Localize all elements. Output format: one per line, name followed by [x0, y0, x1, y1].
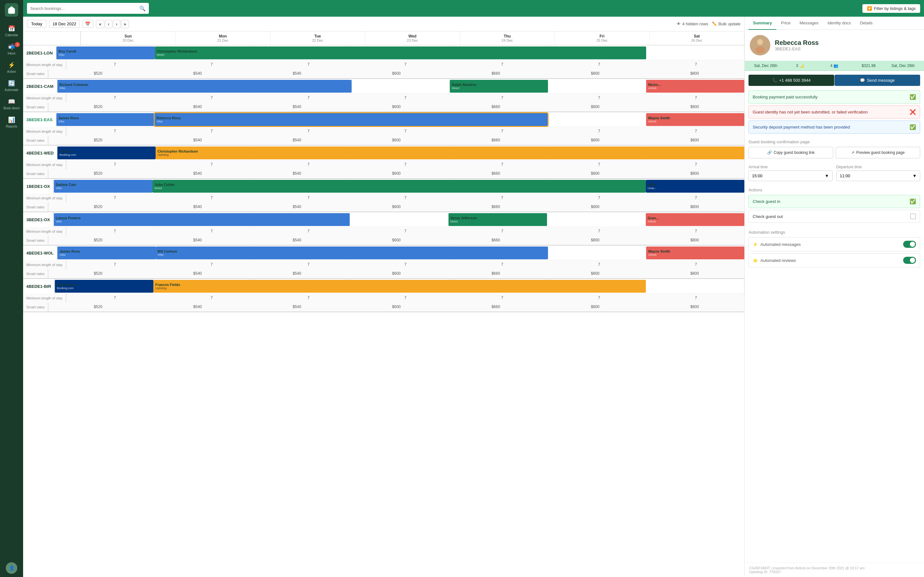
nav-first-button[interactable]: «: [96, 20, 104, 28]
search-box[interactable]: 🔍: [27, 3, 149, 14]
filter-button[interactable]: 🔽 Filter by listings & tags: [863, 4, 920, 13]
smart-rate-cell: $800: [645, 69, 744, 78]
smart-rate-cell: $660: [446, 269, 545, 278]
min-stay-label: Minimum length of stay: [23, 293, 66, 303]
booking-block[interactable]: Nicho...Airbnb: [646, 80, 744, 93]
booking-block[interactable]: Gran...Airbnb: [646, 213, 744, 226]
listing-name-6: 4BEDE1-WOL: [23, 245, 57, 260]
smart-rate-cell: $540: [148, 269, 247, 278]
bulk-update[interactable]: ✏️ Bulk update: [712, 21, 740, 26]
booking-block[interactable]: Cody GreenBooking.com: [55, 280, 153, 293]
sidebar-item-book-direct[interactable]: 📖 Book direct: [0, 95, 23, 113]
guest-info: Rebecca Ross 3BEDE1-EAS: [775, 39, 819, 51]
automated-messages-item: ⚡ Automated messages: [748, 237, 920, 251]
sidebar-item-inbox[interactable]: 📬 3 Inbox: [0, 40, 23, 58]
arrival-time-select[interactable]: 15:00 ▼: [748, 171, 833, 181]
preview-booking-button[interactable]: ↗ Preview guest booking page: [836, 147, 921, 158]
smart-rate-cell: $600: [347, 103, 446, 111]
smart-rates-label: Smart rates: [23, 169, 48, 178]
search-input[interactable]: [30, 6, 139, 11]
tab-price[interactable]: Price: [776, 17, 795, 30]
tab-identity-docs[interactable]: Identity docs: [823, 17, 855, 30]
smart-rate-cell: $540: [247, 136, 347, 145]
reviews-auto-icon: ⭐: [753, 258, 758, 263]
min-stay-cell: 7: [551, 260, 648, 269]
automated-reviews-toggle[interactable]: [903, 257, 916, 264]
today-button[interactable]: Today: [27, 20, 47, 28]
smart-rate-cell: $800: [545, 303, 645, 311]
automated-messages-toggle[interactable]: [903, 241, 916, 248]
booking-block[interactable]: Bill CarlsonVrbo: [156, 247, 548, 259]
hidden-rows[interactable]: 👁 4 hidden rows: [677, 21, 708, 26]
right-panel: Summary Price Messages Identity docs Det…: [744, 17, 924, 577]
panel-footer: CG45FXM4T | imported from Airbnb on Dece…: [745, 562, 924, 577]
booking-block[interactable]: James RossVrbo: [57, 113, 155, 126]
copy-link-button[interactable]: 🔗 Copy guest booking link: [748, 147, 833, 158]
sidebar-item-reports[interactable]: 📊 Reports: [0, 113, 23, 131]
calendar-pane: Today 18 Dec 2022 📅 « ‹ › » 👁 4 hidden r…: [23, 17, 744, 577]
min-stay-cell: 7: [260, 227, 357, 236]
tab-summary[interactable]: Summary: [748, 17, 776, 30]
smart-rate-cell: $540: [148, 203, 247, 211]
min-stay-cell: 7: [454, 93, 551, 103]
nav-next-button[interactable]: ›: [113, 20, 120, 28]
booking-block[interactable]: James RossVrbo: [57, 247, 156, 259]
nav-prev-button[interactable]: ‹: [105, 20, 112, 28]
min-stay-label: Minimum length of stay: [23, 127, 66, 136]
sidebar-item-action[interactable]: ⚡ Action: [0, 58, 23, 77]
smart-rate-cell: $520: [48, 269, 148, 278]
booking-block[interactable]: Debbie CainVrbo: [54, 180, 152, 193]
calendar-icon-button[interactable]: 📅: [82, 20, 94, 28]
tab-messages[interactable]: Messages: [795, 17, 823, 30]
nav-last-button[interactable]: »: [121, 20, 129, 28]
booking-block[interactable]: Wayne SmithAirbnb: [646, 247, 744, 259]
summary-checkin: Sat, Dec 26th: [748, 63, 783, 68]
booking-block[interactable]: Wayne SmithAirbnb: [646, 113, 744, 126]
booking-block[interactable]: Rebecca RossVrbo: [155, 113, 548, 126]
booking-block[interactable]: Latoya PowersVrbo: [54, 213, 350, 226]
booking-block[interactable]: Main...Unav...: [646, 180, 744, 193]
sidebar-item-calendar[interactable]: 📅 Calendar: [0, 22, 23, 40]
smart-rate-cell: $540: [247, 269, 347, 278]
booking-block[interactable]: Christopher RichardsonDirect: [155, 47, 646, 59]
smart-rate-cell: $660: [446, 136, 545, 145]
smart-rate-cell: $800: [545, 269, 645, 278]
phone-button[interactable]: 📞 +1 488 500 3944: [748, 75, 834, 86]
booking-block[interactable]: Christopher RichardsonUplisting: [156, 147, 744, 159]
booking-block[interactable]: Richard ColemanVrbo: [57, 80, 352, 93]
check-in-action[interactable]: Check guest in ✅: [748, 195, 920, 208]
automate-icon: 🔄: [8, 80, 15, 87]
sidebar-item-automate[interactable]: 🔄 Automate: [0, 77, 23, 95]
listing-group-1bede1-ox: 1BEDE1-OXDebbie CainVrboJohn CollierDire…: [23, 179, 744, 212]
min-stay-cell: 7: [648, 127, 744, 136]
smart-rate-cell: $660: [446, 169, 545, 178]
booking-summary-bar: Sat, Dec 26th 3 🌙 4 👥 $321.98 Sat, Dec 2…: [745, 61, 924, 71]
logo[interactable]: [5, 3, 18, 17]
tab-details[interactable]: Details: [855, 17, 877, 30]
min-stay-cell: 7: [454, 260, 551, 269]
smart-rate-cell: $520: [48, 136, 148, 145]
smart-rate-cell: $540: [247, 303, 347, 311]
filter-icon: 🔽: [867, 6, 872, 11]
min-stay-label: Minimum length of stay: [23, 260, 66, 269]
booking-block[interactable]: John CollierDirect: [152, 180, 646, 193]
departure-time-select[interactable]: 11:00 ▼: [837, 171, 921, 181]
booking-block[interactable]: Ralph RamirezDirect: [450, 80, 548, 93]
smart-rate-cell: $520: [48, 203, 148, 211]
booking-block[interactable]: Verna JeffersonDirect: [449, 213, 547, 226]
automation-title: Automation settings: [748, 230, 920, 235]
user-avatar[interactable]: 👤: [6, 562, 17, 574]
booking-block[interactable]: Frances FieldsUplisting: [153, 280, 646, 293]
calendar-toolbar: Today 18 Dec 2022 📅 « ‹ › » 👁 4 hidden r…: [23, 17, 744, 31]
check-out-action[interactable]: Check guest out: [748, 210, 920, 223]
booking-block[interactable]: Joe LeeBooking.com: [57, 147, 156, 159]
booking-block[interactable]: Roy CarollVrbo: [57, 47, 155, 59]
smart-rates-label: Smart rates: [23, 236, 48, 245]
date-display: 18 Dec 2022: [49, 20, 80, 28]
send-message-button[interactable]: 💬 Send message: [835, 75, 920, 86]
header-fri: Fri 25 Dec: [555, 31, 649, 45]
smart-rate-cell: $800: [545, 69, 645, 78]
min-stay-cell: 7: [260, 260, 357, 269]
smart-rate-cell: $520: [48, 69, 148, 78]
confirmation-title: Guest booking confirmation page: [748, 139, 920, 144]
